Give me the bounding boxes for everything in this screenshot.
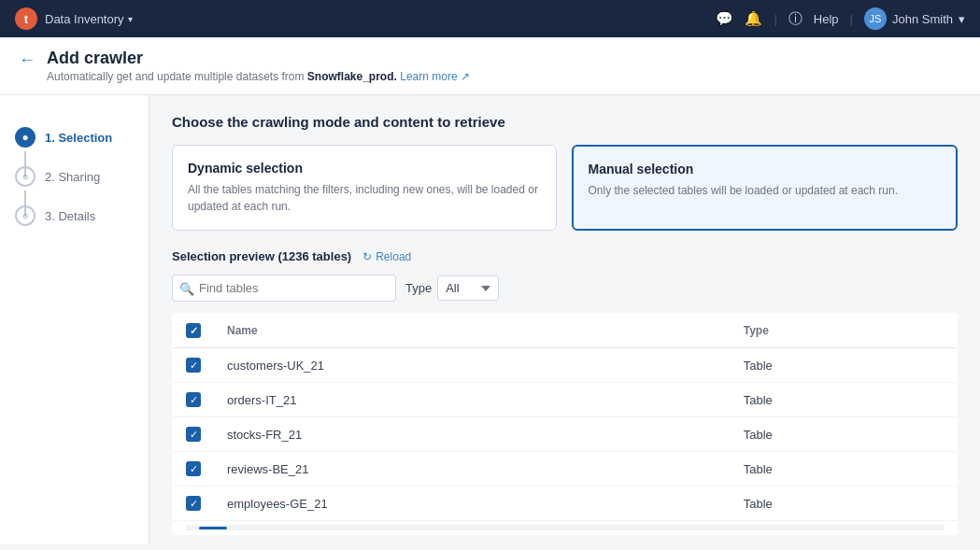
row-type: Table (731, 452, 958, 487)
row-type: Table (731, 348, 958, 383)
row-checkbox[interactable]: ✓ (186, 496, 201, 511)
dynamic-card-title: Dynamic selection (188, 161, 541, 176)
search-icon: 🔍 (179, 281, 194, 295)
page-header: Add crawler Automatically get and update… (47, 49, 470, 83)
row-type: Table (731, 417, 958, 452)
scroll-indicator (186, 525, 944, 530)
select-all-checkbox[interactable]: ✓ (186, 323, 201, 338)
app-logo: t (15, 7, 37, 30)
step-sharing[interactable]: ○ 2. Sharing (15, 157, 134, 196)
row-name: employees-GE_21 (214, 487, 731, 521)
content-area: Choose the crawling mode and content to … (149, 95, 980, 544)
reload-button[interactable]: ↻ Reload (362, 250, 411, 263)
nav-divider-2: | (850, 12, 853, 26)
step-label-sharing: 2. Sharing (45, 170, 100, 184)
reload-label: Reload (376, 250, 411, 263)
user-name: John Smith (892, 12, 953, 26)
table-header-row: ✓ Name Type (173, 314, 958, 348)
app-name-chevron-icon: ▾ (128, 14, 133, 24)
selection-cards: Dynamic selection All the tables matchin… (172, 145, 958, 231)
search-wrap: 🔍 (172, 275, 396, 302)
reload-icon: ↻ (362, 250, 372, 263)
table-row: ✓ orders-IT_21 Table (173, 383, 958, 417)
header-checkbox-col: ✓ (173, 314, 215, 348)
row-name: stocks-FR_21 (214, 417, 731, 452)
back-button[interactable]: ← (19, 50, 36, 70)
step-label-selection: 1. Selection (45, 131, 112, 145)
page-description: Automatically get and update multiple da… (47, 70, 470, 83)
step-circle-selection: ● (15, 127, 36, 148)
user-menu[interactable]: JS John Smith ▾ (864, 7, 965, 30)
table-row: ✓ employees-GE_21 Table (173, 487, 958, 521)
row-checkbox-cell: ✓ (173, 383, 215, 417)
bell-icon[interactable]: 🔔 (745, 10, 762, 27)
row-checkbox-cell: ✓ (173, 417, 215, 452)
nav-right: 💬 🔔 | ⓘ Help | JS John Smith ▾ (716, 7, 965, 30)
table-row: ✓ stocks-FR_21 Table (173, 417, 958, 452)
preview-header: Selection preview (1236 tables) ↻ Reload (172, 249, 958, 263)
step-label-details: 3. Details (45, 209, 95, 223)
step-circle-details: ○ (15, 205, 36, 226)
nav-divider: | (774, 12, 776, 26)
row-type: Table (731, 383, 958, 417)
dynamic-selection-card[interactable]: Dynamic selection All the tables matchin… (172, 145, 557, 231)
top-navigation: t Data Inventory ▾ 💬 🔔 | ⓘ Help | JS Joh… (0, 0, 980, 37)
manual-selection-card[interactable]: Manual selection Only the selected table… (572, 145, 959, 231)
app-name-label[interactable]: Data Inventory ▾ (45, 12, 133, 26)
main-layout: ● 1. Selection ○ 2. Sharing ○ 3. Details… (0, 95, 980, 544)
preview-title: Selection preview (1236 tables) (172, 249, 351, 263)
chat-icon[interactable]: 💬 (716, 10, 733, 27)
header-name: Name (214, 314, 731, 348)
help-label[interactable]: Help (814, 12, 839, 26)
sub-header: ← Add crawler Automatically get and upda… (0, 37, 980, 95)
nav-left: t Data Inventory ▾ (15, 7, 133, 30)
row-checkbox-cell: ✓ (173, 487, 215, 521)
type-label: Type (405, 281, 432, 295)
step-details[interactable]: ○ 3. Details (15, 196, 134, 235)
row-checkbox[interactable]: ✓ (186, 427, 201, 442)
type-filter: Type All Table View (405, 275, 499, 301)
learn-more-link[interactable]: Learn more ↗ (400, 70, 470, 83)
help-circle-icon: ⓘ (788, 10, 802, 28)
step-selection[interactable]: ● 1. Selection (15, 118, 134, 157)
steps-sidebar: ● 1. Selection ○ 2. Sharing ○ 3. Details (0, 95, 149, 544)
row-type: Table (731, 487, 958, 521)
row-name: orders-IT_21 (214, 383, 731, 417)
dynamic-card-desc: All the tables matching the filters, inc… (188, 181, 541, 215)
row-checkbox-cell: ✓ (173, 348, 215, 383)
row-checkbox[interactable]: ✓ (186, 461, 201, 476)
user-chevron-icon: ▾ (959, 12, 965, 26)
row-checkbox[interactable]: ✓ (186, 392, 201, 407)
table-row: ✓ customers-UK_21 Table (173, 348, 958, 383)
search-input[interactable] (172, 275, 396, 302)
row-name: reviews-BE_21 (214, 452, 731, 487)
step-circle-sharing: ○ (15, 166, 36, 187)
section-title: Choose the crawling mode and content to … (172, 114, 958, 130)
manual-card-desc: Only the selected tables will be loaded … (589, 182, 942, 199)
page-title: Add crawler (47, 49, 470, 68)
type-select[interactable]: All Table View (437, 275, 499, 301)
row-checkbox[interactable]: ✓ (186, 358, 201, 373)
search-filter-row: 🔍 Type All Table View (172, 275, 958, 302)
avatar: JS (864, 7, 887, 30)
row-checkbox-cell: ✓ (173, 452, 215, 487)
manual-card-title: Manual selection (589, 162, 942, 176)
data-table: ✓ Name Type ✓ customers-UK_21 Table (172, 313, 958, 535)
scroll-bar (199, 527, 227, 529)
scroll-row (173, 521, 958, 535)
row-name: customers-UK_21 (214, 348, 731, 383)
header-type: Type (731, 314, 958, 348)
table-row: ✓ reviews-BE_21 Table (173, 452, 958, 487)
